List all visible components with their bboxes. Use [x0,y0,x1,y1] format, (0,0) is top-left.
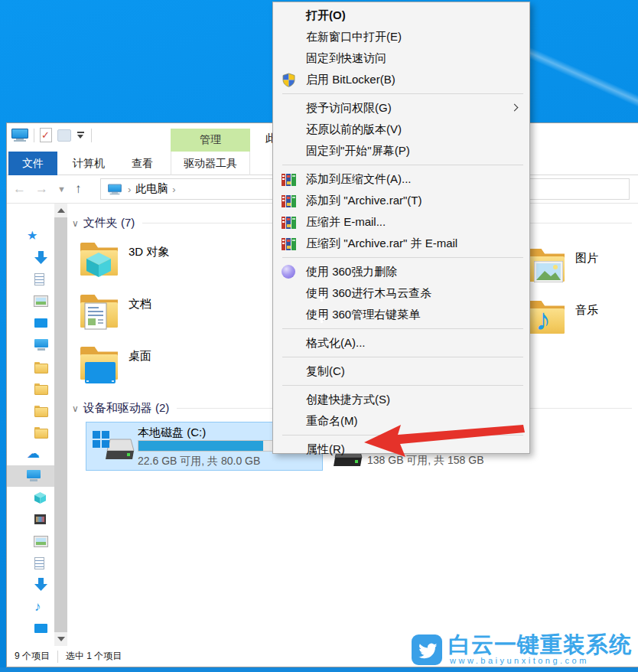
menu-separator [282,435,523,435]
watermark: 白云一键重装系统 www.baiyunxitong.com [412,634,632,665]
forward-icon[interactable]: → [35,181,48,197]
sidebar-item-desktop[interactable] [7,618,54,640]
menu-item-format[interactable]: 格式化(A)... [273,332,529,354]
this-pc-icon [108,184,122,194]
folder-tile-documents[interactable]: 文档 [78,290,301,339]
menu-item-rename[interactable]: 重命名(M) [273,410,529,432]
bird-logo-icon [412,634,442,665]
menu-item-compress-rar-email[interactable]: 压缩到 "Archive.rar" 并 E-mail [273,233,529,254]
winrar-books-icon [282,237,296,251]
sidebar-item-3d-objects[interactable] [7,487,54,509]
tile-label: 图片 [569,244,598,293]
breadcrumb-chevron: › [172,184,175,195]
up-icon[interactable]: ↑ [75,181,82,197]
scrollbar-thumb[interactable] [54,217,67,632]
tile-label: 3D 对象 [122,238,169,287]
menu-item-pin-quick-access[interactable]: 固定到快速访问 [273,47,529,69]
winrar-books-icon [282,172,296,187]
folder-icon [34,427,47,437]
pictures-frame-icon [34,296,47,306]
desktop-screen-icon [34,318,47,328]
3d-objects-cube-icon [34,492,46,504]
tab-view[interactable]: 查看 [120,152,164,175]
scroll-down-icon[interactable] [57,637,65,641]
breadcrumb-this-pc[interactable]: 此电脑 [135,182,168,196]
3d-objects-cube-icon [86,252,112,278]
sidebar-item-quick-access[interactable]: ★ [7,225,54,247]
tab-computer[interactable]: 计算机 [63,152,114,175]
menu-item-add-to-archive-rar[interactable]: 添加到 "Archive.rar"(T) [273,190,529,211]
computer-monitor-icon [27,470,41,481]
folder-icon [78,238,120,280]
sidebar-item-pictures[interactable] [7,291,54,313]
folder-tile-music[interactable]: ♪ 音乐 [525,296,638,345]
this-pc-icon[interactable] [11,129,28,142]
sidebar-item-videos[interactable] [7,509,54,531]
properties-check-icon[interactable] [40,128,52,142]
sidebar-item-music[interactable]: ♪ [7,596,54,618]
scroll-up-icon[interactable] [57,208,65,213]
sidebar-item-downloads[interactable] [7,247,54,269]
tab-drive-tools[interactable]: 驱动器工具 [171,152,250,175]
sidebar-item-folder[interactable] [7,356,54,378]
quick-access-toolbar [11,128,92,142]
sidebar-item-downloads[interactable] [7,574,54,596]
menu-item-add-to-archive[interactable]: 添加到压缩文件(A)... [273,168,529,190]
sidebar-item-pictures[interactable] [7,530,54,553]
collapse-chevron-icon[interactable]: ∨ [72,403,79,414]
sidebar-item-folder[interactable] [7,378,54,400]
menu-item-open[interactable]: 打开(O) [273,5,529,26]
tab-file[interactable]: 文件 [8,152,57,175]
folder-tile-desktop[interactable]: 桌面 [78,342,301,391]
new-folder-icon[interactable] [57,129,71,142]
collapse-chevron-icon[interactable]: ∨ [72,218,79,229]
sidebar-item-documents[interactable] [7,553,54,575]
folder-tile-3d-objects[interactable]: 3D 对象 [78,238,301,287]
folder-icon [34,406,47,416]
menu-item-properties[interactable]: 属性(R) [273,439,529,460]
watermark-title: 白云一键重装系统 [448,634,632,656]
menu-item-bitlocker[interactable]: 启用 BitLocker(B) [273,69,529,90]
quick-access-star-icon: ★ [27,230,37,242]
menu-item-give-access[interactable]: 授予访问权限(G) [273,97,529,119]
menu-item-open-new-window[interactable]: 在新窗口中打开(E) [273,26,529,47]
capacity-bar-fill [138,441,263,451]
tile-label: 桌面 [122,342,151,391]
sidebar-item-folder[interactable] [7,422,54,444]
folder-icon: ♪ [525,296,567,338]
status-selected-count: 选中 1 个项目 [58,650,129,663]
tile-label: 音乐 [569,296,598,345]
sidebar-item-folder[interactable] [7,400,54,422]
manage-contextual-tab[interactable]: 管理 [171,129,250,152]
menu-separator [282,328,523,329]
sidebar-item-this-pc[interactable] [7,465,54,488]
sidebar-scrollbar[interactable] [54,204,67,646]
menu-item-360-manage-menu[interactable]: 使用 360管理右键菜单 [273,304,529,325]
sidebar-item-desktop[interactable] [7,312,54,334]
customize-toolbar-dropdown-icon[interactable] [76,132,86,139]
sidebar-item-onedrive[interactable]: ☁ [7,443,54,465]
pictures-frame-icon [34,537,47,546]
folder-icon [78,342,120,384]
menu-item-360-cloud-scan[interactable]: 使用 360进行木马云查杀 [273,282,529,304]
menu-item-restore-versions[interactable]: 还原以前的版本(V) [273,119,529,140]
documents-page-icon [34,557,44,569]
folder-icon [525,244,567,286]
recent-locations-dropdown-icon[interactable]: ▼ [57,181,66,197]
drive-name: 本地磁盘 (C:) [138,426,206,440]
menu-separator [282,257,523,258]
sidebar-item-documents[interactable] [7,269,54,291]
360-purple-orb-icon [282,265,295,279]
menu-item-create-shortcut[interactable]: 创建快捷方式(S) [273,389,529,410]
menu-item-pin-to-start[interactable]: 固定到"开始"屏幕(P) [273,140,529,161]
menu-item-copy[interactable]: 复制(C) [273,360,529,382]
folder-icon [34,383,47,393]
back-icon[interactable]: ← [13,181,26,197]
folder-tile-pictures[interactable]: 图片 [525,244,638,293]
status-items-count: 9 个项目 [7,650,57,663]
folder-icon [78,290,120,332]
sidebar-item-computer[interactable] [7,334,54,357]
bitlocker-shield-icon [282,73,296,87]
menu-item-compress-email[interactable]: 压缩并 E-mail... [273,211,529,233]
menu-item-360-force-delete[interactable]: 使用 360强力删除 [273,261,529,282]
